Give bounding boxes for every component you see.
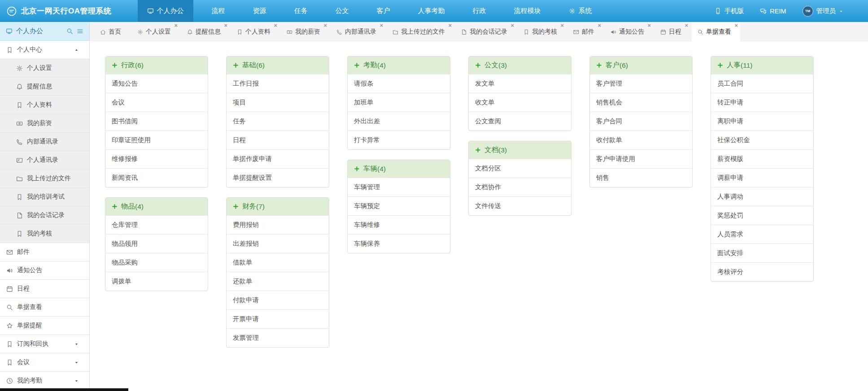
card-item[interactable]: 仓库管理 [105, 215, 208, 234]
card-item[interactable]: 调拨单 [105, 272, 208, 291]
close-icon[interactable]: × [274, 22, 277, 29]
card-item[interactable]: 日程 [227, 130, 329, 149]
app-brand[interactable]: 北京一网天行OA管理系统 [6, 0, 112, 22]
card-item[interactable]: 收文单 [469, 93, 571, 112]
card-item[interactable]: 项目 [227, 93, 329, 112]
card-item[interactable]: 销售机会 [590, 93, 692, 112]
card-item[interactable]: 出差报销 [227, 234, 329, 253]
card-item[interactable]: 单据提醒设置 [227, 168, 329, 187]
card-header[interactable]: 物品(4) [105, 198, 208, 215]
topbar-right-item[interactable]: TM管理员 [803, 6, 844, 17]
card-item[interactable]: 维修报修 [105, 149, 208, 168]
topnav-item[interactable]: 任务 [285, 0, 317, 22]
tab-item[interactable]: 提醒信息× [181, 22, 230, 42]
sidebar-item[interactable]: 提醒信息 [0, 78, 89, 96]
card-item[interactable]: 调薪申请 [711, 168, 813, 187]
topnav-item[interactable]: 行政 [463, 0, 496, 22]
sidebar-item[interactable]: 单据提醒 [0, 317, 89, 335]
tab-item[interactable]: 通知公告× [605, 22, 653, 42]
topnav-item[interactable]: 客户 [367, 0, 400, 22]
card-item[interactable]: 工作日报 [227, 74, 329, 93]
card-item[interactable]: 物品领用 [105, 234, 208, 253]
tab-active[interactable]: 单据查看× [692, 22, 740, 42]
card-item[interactable]: 印章证照使用 [105, 130, 208, 149]
card-header[interactable]: 公文(3) [469, 56, 571, 74]
card-item[interactable]: 打卡异常 [348, 130, 450, 149]
card-item[interactable]: 付款申请 [227, 291, 329, 309]
card-item[interactable]: 通知公告 [105, 74, 208, 93]
card-item[interactable]: 客户申请使用 [590, 149, 692, 168]
topnav-item[interactable]: 公文 [326, 0, 358, 22]
card-item[interactable]: 开票申请 [227, 309, 329, 328]
sidebar-item[interactable]: 我的会话记录 [0, 206, 89, 225]
card-item[interactable]: 离职申请 [711, 112, 813, 130]
card-header[interactable]: 基础(6) [227, 56, 329, 74]
card-item[interactable]: 客户管理 [590, 74, 692, 93]
card-item[interactable]: 面试安排 [711, 243, 813, 262]
card-item[interactable]: 车辆管理 [348, 178, 450, 196]
card-item[interactable]: 客户合同 [590, 112, 692, 130]
card-item[interactable]: 薪资模版 [711, 149, 813, 168]
sidebar-item[interactable]: 通知公告 [0, 261, 89, 280]
close-icon[interactable]: × [224, 22, 227, 29]
sidebar-item[interactable]: 个人设置 [0, 59, 89, 78]
card-header[interactable]: 考勤(4) [348, 56, 450, 74]
sidebar-item[interactable]: 订阅和回执 [0, 335, 89, 353]
card-item[interactable]: 转正申请 [711, 93, 813, 112]
card-item[interactable]: 考核评分 [711, 262, 813, 281]
tab-item[interactable]: 日程× [654, 22, 690, 42]
topbar-right-item[interactable]: 手机版 [715, 7, 744, 15]
card-item[interactable]: 单据作废申请 [227, 149, 329, 168]
sidebar-item[interactable]: 我上传过的文件 [0, 169, 89, 188]
close-icon[interactable]: × [598, 22, 601, 29]
card-item[interactable]: 文件传送 [469, 196, 571, 215]
card-item[interactable]: 车辆预定 [348, 196, 450, 215]
tab-item[interactable]: 个人资料× [231, 22, 279, 42]
search-icon[interactable] [66, 28, 73, 35]
sidebar-item[interactable]: 会议 [0, 353, 89, 372]
topnav-item[interactable]: 系统 [559, 0, 602, 22]
close-icon[interactable]: × [685, 22, 688, 29]
sidebar-item[interactable]: 内部通讯录 [0, 133, 89, 151]
card-header[interactable]: 客户(6) [590, 56, 692, 74]
tab-item[interactable]: 首页 [94, 22, 130, 42]
sidebar-item[interactable]: 我的考勤 [0, 372, 89, 390]
close-icon[interactable]: × [323, 22, 327, 29]
card-item[interactable]: 加班单 [348, 93, 450, 112]
tab-item[interactable]: 我上传过的文件× [387, 22, 454, 42]
card-item[interactable]: 请假条 [348, 74, 450, 93]
close-icon[interactable]: × [734, 22, 738, 29]
card-item[interactable]: 车辆维修 [348, 215, 450, 234]
sidebar-item[interactable]: 个人资料 [0, 96, 89, 114]
topbar-right-item[interactable]: REIM [760, 8, 786, 15]
topnav-item[interactable]: 流程模块 [505, 0, 550, 22]
sidebar-item[interactable]: 个人通讯录 [0, 151, 89, 169]
topnav-item[interactable]: 人事考勤 [409, 0, 454, 22]
card-item[interactable]: 收付款单 [590, 130, 692, 149]
sidebar-item[interactable]: 邮件 [0, 243, 89, 261]
card-item[interactable]: 文档分区 [469, 159, 571, 178]
card-item[interactable]: 发文单 [469, 74, 571, 93]
card-item[interactable]: 员工合同 [711, 74, 813, 93]
card-header[interactable]: 人事(11) [711, 56, 813, 74]
sidebar-item[interactable]: 单据查看 [0, 298, 89, 317]
close-icon[interactable]: × [174, 22, 178, 29]
card-item[interactable]: 奖惩处罚 [711, 206, 813, 225]
card-item[interactable]: 社保公积金 [711, 130, 813, 149]
card-item[interactable]: 借款单 [227, 253, 329, 272]
sidebar-item[interactable]: 我的培训考试 [0, 188, 89, 206]
card-header[interactable]: 行政(6) [105, 56, 208, 74]
close-icon[interactable]: × [647, 22, 651, 29]
tab-item[interactable]: 内部通讯录× [331, 22, 385, 42]
close-icon[interactable]: × [448, 22, 452, 29]
card-item[interactable]: 发票管理 [227, 328, 329, 347]
card-item[interactable]: 外出出差 [348, 112, 450, 130]
tab-item[interactable]: 我的考核× [518, 22, 566, 42]
sidebar-item[interactable]: 我的考核 [0, 225, 89, 243]
close-icon[interactable]: × [560, 22, 564, 29]
topnav-item[interactable]: 资源 [244, 0, 276, 22]
tab-item[interactable]: 我的会话记录× [455, 22, 516, 42]
card-item[interactable]: 还款单 [227, 272, 329, 291]
sidebar-item[interactable]: 日程 [0, 280, 89, 298]
sidebar-item[interactable]: 个人中心 [0, 41, 89, 59]
